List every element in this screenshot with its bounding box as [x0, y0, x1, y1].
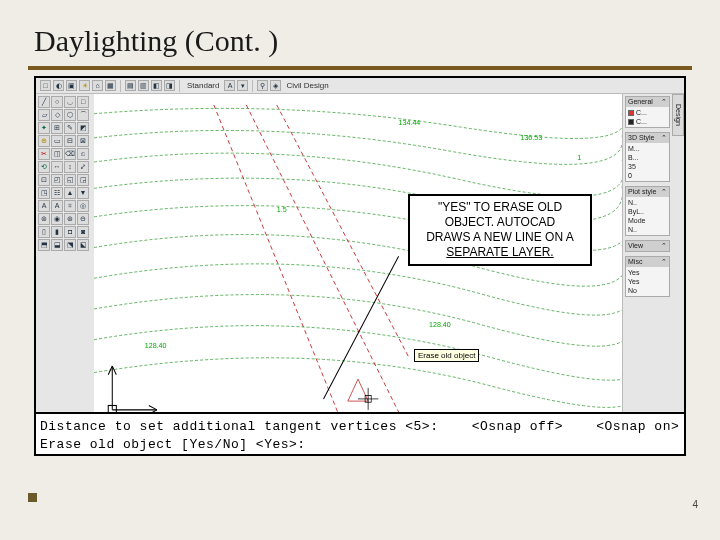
tool-icon[interactable]: ☷ [51, 187, 63, 199]
collapse-icon[interactable]: ⌃ [661, 188, 667, 196]
prop-row: Yes [628, 268, 667, 277]
properties-panel: Design General⌃ C... C... 3D Style⌃ M...… [622, 94, 684, 434]
tool-icon[interactable]: ⌒ [77, 109, 89, 121]
tool-icon[interactable]: ⊛ [64, 213, 76, 225]
tool-icon[interactable]: ▤ [125, 80, 136, 91]
tool-icon[interactable]: ⬡ [64, 109, 76, 121]
tool-icon[interactable]: ▭ [51, 135, 63, 147]
tool-icon[interactable]: ⊟ [64, 135, 76, 147]
tool-icon[interactable]: A [224, 80, 235, 91]
slide-accent-icon [28, 493, 37, 502]
tool-icon[interactable]: ▦ [105, 80, 116, 91]
tool-icon[interactable]: ⌫ [64, 148, 76, 160]
tool-icon[interactable]: ◱ [64, 174, 76, 186]
tool-icon[interactable]: ◇ [51, 109, 63, 121]
tool-icon[interactable]: ⟲ [38, 161, 50, 173]
tool-icon[interactable]: ◳ [38, 187, 50, 199]
tool-icon[interactable]: ⬕ [77, 239, 89, 251]
prop-row: ByL.. [628, 207, 667, 216]
tool-icon[interactable]: ▲ [64, 187, 76, 199]
tool-icon[interactable]: ☀ [79, 80, 90, 91]
left-toolbar: ╱ ○ ◡ □ ▱ ◇ ⬡ ⌒ ✦ ⊞ ✎ ◩ ⊕ ▭ ⊟ ⊠ ✂ ◫ ⌫ ⎌ … [36, 94, 94, 434]
callout-line1: "YES" TO ERASE OLD [414, 200, 586, 215]
tool-icon[interactable]: ◈ [270, 80, 281, 91]
tool-icon[interactable]: ⊠ [77, 135, 89, 147]
tool-icon[interactable]: ⊡ [38, 174, 50, 186]
tool-icon[interactable]: ⊖ [77, 213, 89, 225]
tool-icon[interactable]: ✂ [38, 148, 50, 160]
tool-icon[interactable]: ◧ [151, 80, 162, 91]
tool-icon[interactable]: ⊕ [38, 135, 50, 147]
elev-label: 1 [577, 153, 581, 162]
tool-icon[interactable]: ◙ [77, 226, 89, 238]
tool-icon[interactable]: ⎌ [77, 148, 89, 160]
tool-icon[interactable]: ↕ [64, 161, 76, 173]
tool-icon[interactable]: ▼ [77, 187, 89, 199]
tool-icon[interactable]: ⊚ [38, 213, 50, 225]
draw-arc-icon[interactable]: ◡ [64, 96, 76, 108]
tool-icon[interactable]: ◰ [51, 174, 63, 186]
panel-title: Plot style [628, 188, 656, 196]
collapse-icon[interactable]: ⌃ [661, 98, 667, 106]
tool-icon[interactable]: ▮ [51, 226, 63, 238]
tool-icon[interactable]: ⊞ [51, 122, 63, 134]
tool-icon[interactable]: ⬔ [64, 239, 76, 251]
elev-label: 128.40 [145, 341, 167, 350]
cursor-tooltip: Erase old object [414, 349, 479, 362]
tool-icon[interactable]: ⬓ [51, 239, 63, 251]
annotation-callout: "YES" TO ERASE OLD OBJECT. AUTOCAD DRAWS… [408, 194, 592, 266]
tool-icon[interactable]: ◐ [53, 80, 64, 91]
tool-icon[interactable]: ◲ [77, 174, 89, 186]
prop-row: 0 [628, 171, 667, 180]
tool-icon[interactable]: A [38, 200, 50, 212]
page-number: 4 [692, 499, 698, 510]
collapse-icon[interactable]: ⌃ [661, 242, 667, 250]
tool-icon[interactable]: ▯ [38, 226, 50, 238]
design-tab[interactable]: Design [672, 94, 684, 136]
autocad-screenshot: □ ◐ ▣ ☀ ⌂ ▦ ▤ ▥ ◧ ◨ Standard A ▾ ⚲ ◈ Civ… [34, 76, 686, 456]
tool-icon[interactable]: □ [40, 80, 51, 91]
tool-icon[interactable]: ◨ [164, 80, 175, 91]
elev-label: 1.5 [277, 205, 287, 214]
cmd-osnap-off: <Osnap off> [472, 419, 563, 434]
elev-label: 128.40 [429, 319, 451, 328]
tool-icon[interactable]: ◉ [51, 213, 63, 225]
tool-icon[interactable]: ▥ [138, 80, 149, 91]
prop-row: Yes [628, 277, 667, 286]
panel-title: View [628, 242, 643, 250]
tool-icon[interactable]: A [51, 200, 63, 212]
tool-icon[interactable]: ⤢ [77, 161, 89, 173]
toolbar-label-standard: Standard [184, 81, 222, 90]
prop-row: N.. [628, 198, 667, 207]
tool-icon[interactable]: ✎ [64, 122, 76, 134]
callout-line2: OBJECT. AUTOCAD [414, 215, 586, 230]
toolbar-label-civil: Civil Design [283, 81, 331, 90]
tool-icon[interactable]: ◩ [77, 122, 89, 134]
tool-icon[interactable]: ◎ [77, 200, 89, 212]
collapse-icon[interactable]: ⌃ [661, 258, 667, 266]
tool-icon[interactable]: ▱ [38, 109, 50, 121]
collapse-icon[interactable]: ⌃ [661, 134, 667, 142]
tool-icon[interactable]: ▣ [66, 80, 77, 91]
callout-line3: DRAWS A NEW LINE ON A [414, 230, 586, 245]
tool-icon[interactable]: ◫ [51, 148, 63, 160]
tool-icon[interactable]: ⌂ [92, 80, 103, 91]
command-line[interactable]: Distance to set additional tangent verti… [34, 412, 686, 456]
draw-line-icon[interactable]: ╱ [38, 96, 50, 108]
prop-row: B... [628, 153, 667, 162]
tool-icon[interactable]: ⌗ [64, 200, 76, 212]
draw-circle-icon[interactable]: ○ [51, 96, 63, 108]
tool-icon[interactable]: ▾ [237, 80, 248, 91]
prop-row: No [628, 286, 667, 295]
elev-label: 136.53 [520, 133, 542, 142]
tool-icon[interactable]: ⚲ [257, 80, 268, 91]
tool-icon[interactable]: ✦ [38, 122, 50, 134]
tool-icon[interactable]: ⬒ [38, 239, 50, 251]
tool-icon[interactable]: ↔ [51, 161, 63, 173]
elev-label: 134.44 [399, 117, 421, 126]
tool-icon[interactable]: ◘ [64, 226, 76, 238]
draw-rect-icon[interactable]: □ [77, 96, 89, 108]
cmd-prompt-2: Erase old object [Yes/No] <Yes>: [40, 436, 680, 454]
panel-title: Misc [628, 258, 642, 266]
prop-row: 35 [628, 162, 667, 171]
